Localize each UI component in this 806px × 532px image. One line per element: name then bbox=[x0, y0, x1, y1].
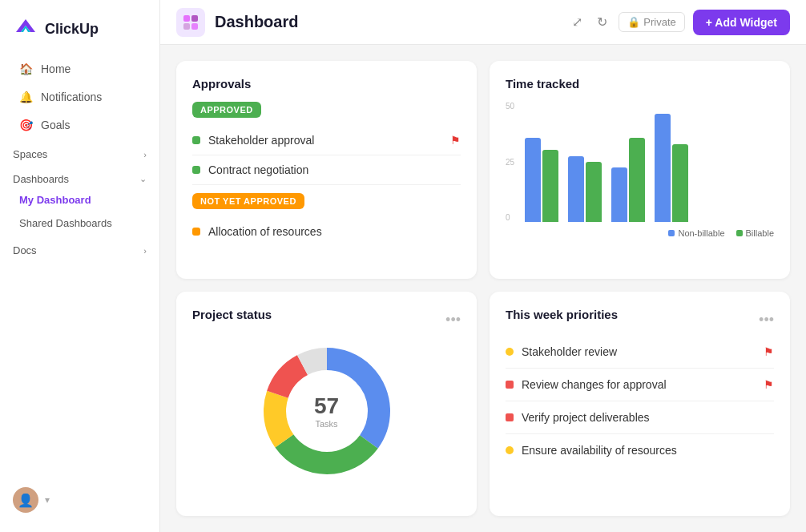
expand-button[interactable]: ⤢ bbox=[569, 11, 586, 33]
approved-dot bbox=[192, 136, 200, 144]
refresh-button[interactable]: ↻ bbox=[594, 11, 611, 33]
priority-item-0: Stakeholder review ⚑ bbox=[506, 336, 774, 369]
bar-group-4 bbox=[655, 114, 688, 222]
tasks-count: 57 bbox=[314, 393, 339, 419]
approved-badge: APPROVED bbox=[192, 102, 261, 118]
private-label: Private bbox=[643, 16, 675, 28]
donut-center: 57 Tasks bbox=[314, 393, 339, 429]
priority-label-1: Review changes for approval bbox=[522, 378, 756, 391]
nonbillable-label: Non-billable bbox=[678, 228, 724, 238]
project-status-menu[interactable]: ••• bbox=[445, 312, 461, 328]
not-approved-badge: NOT YET APPROVED bbox=[192, 193, 304, 209]
priorities-menu[interactable]: ••• bbox=[759, 312, 774, 328]
bar-3-green bbox=[629, 138, 645, 222]
priority-label-3: Ensure availability of resources bbox=[522, 444, 774, 457]
dashboard-icon bbox=[176, 8, 205, 37]
billable-dot bbox=[736, 230, 743, 236]
approval-stakeholder: Stakeholder approval ⚑ bbox=[192, 126, 461, 155]
add-widget-button[interactable]: + Add Widget bbox=[693, 10, 790, 35]
priority-item-3: Ensure availability of resources bbox=[506, 434, 774, 466]
sidebar-section-spaces[interactable]: Spaces › bbox=[0, 142, 159, 163]
time-tracked-title: Time tracked bbox=[506, 77, 774, 91]
topbar: Dashboard ⤢ ↻ 🔒 Private + Add Widget bbox=[160, 0, 806, 45]
not-approved-dot bbox=[192, 228, 200, 236]
donut-chart: 57 Tasks bbox=[255, 339, 399, 483]
page-title: Dashboard bbox=[215, 13, 559, 31]
my-dashboard-label: My Dashboard bbox=[19, 194, 91, 206]
sidebar-goals-label: Goals bbox=[41, 119, 71, 131]
sidebar-nav: 🏠 Home 🔔 Notifications 🎯 Goals Spaces › … bbox=[0, 54, 159, 478]
sidebar-item-my-dashboard[interactable]: My Dashboard bbox=[6, 188, 159, 212]
dashboards-label: Dashboards bbox=[13, 173, 69, 185]
priority-dot-0 bbox=[506, 348, 514, 356]
bar-group-3 bbox=[611, 138, 645, 222]
time-tracked-card: Time tracked 50250 bbox=[490, 61, 790, 279]
priority-item-1: Review changes for approval ⚑ bbox=[506, 369, 774, 401]
svg-rect-5 bbox=[191, 23, 198, 30]
docs-chevron: › bbox=[143, 246, 147, 256]
sidebar-item-goals[interactable]: 🎯 Goals bbox=[6, 111, 153, 139]
spaces-chevron: › bbox=[143, 150, 147, 159]
contract-label: Contract negotiation bbox=[208, 163, 461, 176]
private-toggle[interactable]: 🔒 Private bbox=[619, 12, 684, 32]
approvals-card: Approvals APPROVED Stakeholder approval … bbox=[176, 61, 477, 279]
donut-chart-container: 57 Tasks bbox=[192, 339, 461, 483]
allocation-label: Allocation of resources bbox=[208, 225, 461, 238]
chart-legend: Non-billable Billable bbox=[506, 228, 774, 238]
legend-nonbillable: Non-billable bbox=[668, 228, 724, 238]
avatar-image: 👤 bbox=[18, 493, 34, 508]
tasks-label: Tasks bbox=[314, 419, 339, 429]
svg-rect-4 bbox=[183, 23, 190, 30]
priority-dot-3 bbox=[506, 446, 514, 454]
avatar-chevron[interactable]: ▾ bbox=[45, 494, 50, 506]
svg-rect-3 bbox=[191, 15, 198, 22]
priority-item-2: Verify project deliverables bbox=[506, 401, 774, 434]
stakeholder-approval-label: Stakeholder approval bbox=[208, 134, 442, 147]
flag-icon-stakeholder: ⚑ bbox=[450, 134, 461, 147]
bell-icon: 🔔 bbox=[19, 91, 33, 103]
svg-rect-2 bbox=[183, 15, 190, 22]
project-status-card: Project status ••• bbox=[176, 292, 477, 516]
priority-label-2: Verify project deliverables bbox=[522, 411, 774, 424]
priority-label-0: Stakeholder review bbox=[522, 345, 756, 358]
nonbillable-dot bbox=[668, 230, 675, 236]
legend-billable: Billable bbox=[736, 228, 774, 238]
priorities-title: This week priorities bbox=[506, 308, 618, 321]
home-icon: 🏠 bbox=[19, 62, 33, 75]
billable-label: Billable bbox=[746, 228, 774, 238]
sidebar-section-dashboards[interactable]: Dashboards ⌄ bbox=[0, 167, 159, 188]
approved-dot-2 bbox=[192, 166, 200, 174]
bar-2-blue bbox=[568, 156, 584, 222]
sidebar-avatar-area: 👤 ▾ bbox=[0, 478, 159, 522]
topbar-actions: ⤢ ↻ 🔒 Private + Add Widget bbox=[569, 10, 790, 35]
bar-3-blue bbox=[611, 167, 627, 222]
sidebar-section-docs[interactable]: Docs › bbox=[0, 238, 159, 260]
priority-dot-1 bbox=[506, 381, 514, 389]
avatar[interactable]: 👤 bbox=[13, 487, 38, 513]
project-status-title: Project status bbox=[192, 308, 272, 321]
logo[interactable]: ClickUp bbox=[0, 10, 159, 54]
priority-flag-1: ⚑ bbox=[764, 378, 774, 391]
bar-group-1 bbox=[525, 138, 558, 222]
dashboards-chevron: ⌄ bbox=[139, 174, 147, 184]
sidebar-item-shared-dashboards[interactable]: Shared Dashboards bbox=[6, 212, 159, 235]
main-content: Dashboard ⤢ ↻ 🔒 Private + Add Widget App… bbox=[160, 0, 806, 532]
dashboard-grid: Approvals APPROVED Stakeholder approval … bbox=[160, 45, 806, 532]
spaces-label: Spaces bbox=[13, 148, 47, 160]
bar-4-blue bbox=[655, 114, 671, 222]
sidebar-home-label: Home bbox=[41, 62, 71, 75]
priority-flag-0: ⚑ bbox=[764, 345, 774, 358]
sidebar-item-notifications[interactable]: 🔔 Notifications bbox=[6, 83, 153, 111]
clickup-logo-icon bbox=[13, 16, 38, 42]
bar-group-2 bbox=[568, 156, 602, 222]
docs-label: Docs bbox=[13, 244, 37, 256]
goals-icon: 🎯 bbox=[19, 119, 33, 131]
sidebar: ClickUp 🏠 Home 🔔 Notifications 🎯 Goals S… bbox=[0, 0, 160, 532]
priority-dot-2 bbox=[506, 413, 514, 421]
shared-dashboards-label: Shared Dashboards bbox=[19, 217, 112, 229]
bar-chart-area: 50250 bbox=[506, 102, 774, 238]
sidebar-item-home[interactable]: 🏠 Home bbox=[6, 55, 153, 83]
sidebar-notifications-label: Notifications bbox=[41, 91, 102, 103]
approvals-title: Approvals bbox=[192, 77, 461, 91]
approval-contract: Contract negotiation bbox=[192, 155, 461, 185]
